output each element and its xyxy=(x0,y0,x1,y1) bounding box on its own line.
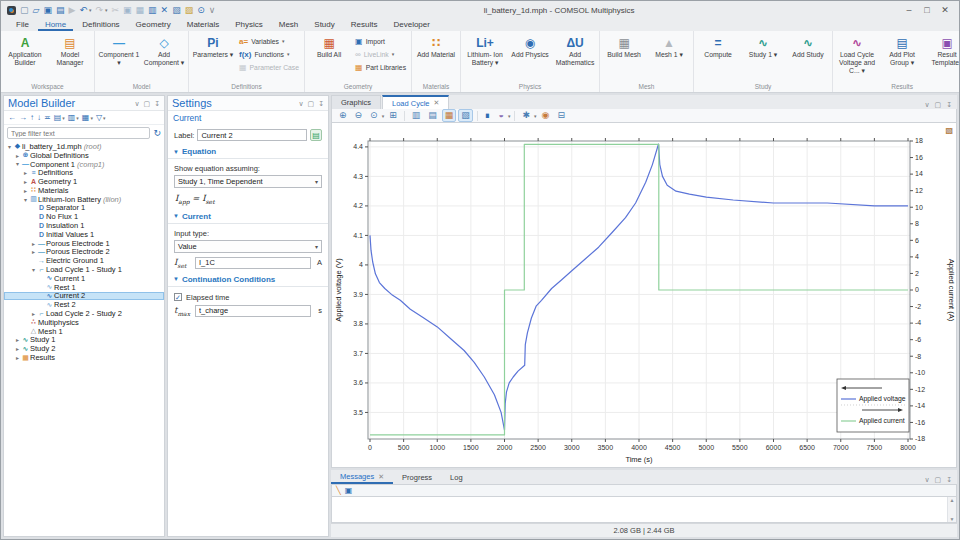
expander-icon[interactable]: ▸ xyxy=(14,345,21,352)
manual-axis-limits-icon[interactable]: ▦ xyxy=(442,109,457,122)
tree-item-multiphysics[interactable]: ∴Multiphysics xyxy=(4,318,164,327)
tree-item-porous-electrode-2[interactable]: ▸—Porous Electrode 2 xyxy=(4,248,164,257)
tree-item-materials[interactable]: ▸∷Materials xyxy=(4,186,164,195)
refresh-icon[interactable]: ↻ xyxy=(153,128,161,138)
tree-item-definitions[interactable]: ▸≡Definitions xyxy=(4,168,164,177)
save-icon[interactable]: ▣ xyxy=(43,5,52,15)
pin-panel-icon[interactable]: ↧ xyxy=(154,100,160,107)
expander-icon[interactable]: ▸ xyxy=(30,310,37,317)
pin-panel-icon[interactable]: ↧ xyxy=(946,476,952,484)
expander-icon[interactable]: ▸ xyxy=(14,354,21,361)
load-cycle-plot[interactable]: 0500100015002000250030003500400045005000… xyxy=(331,123,957,468)
component-1-button[interactable]: —Component 1 ▾ xyxy=(97,32,141,81)
clear-messages-icon[interactable]: ╲ xyxy=(336,486,341,495)
tree-item-current-1[interactable]: ∿Current 1 xyxy=(4,274,164,283)
panel-menu-icon[interactable]: ∨ xyxy=(924,476,929,484)
add-component-button[interactable]: ◇Add Component ▾ xyxy=(142,32,186,81)
expander-icon[interactable]: ▸ xyxy=(14,152,21,159)
ribbon-tab-definitions[interactable]: Definitions xyxy=(75,19,126,31)
tree-item-no-flux-1[interactable]: DNo Flux 1 xyxy=(4,212,164,221)
ribbon-tab-results[interactable]: Results xyxy=(344,19,385,31)
ribbon-tab-materials[interactable]: Materials xyxy=(180,19,226,31)
tree-item-study-1[interactable]: ▸∿Study 1 xyxy=(4,336,164,345)
panel-menu-icon[interactable]: ∨ xyxy=(134,100,139,107)
ribbon-tab-study[interactable]: Study xyxy=(307,19,341,31)
expander-icon[interactable]: ▾ xyxy=(14,160,21,167)
ribbon-tab-file[interactable]: File xyxy=(9,19,36,31)
current-section-header[interactable]: ▼ Current xyxy=(168,208,328,224)
elapsed-time-checkbox[interactable]: ✓ xyxy=(174,293,182,301)
add-mathematics-button[interactable]: ΔUAdd Mathematics xyxy=(553,32,597,81)
tree-item-li-battery-1d-mph[interactable]: ▾◆li_battery_1d.mph(root) xyxy=(4,142,164,151)
tree-item-current-2[interactable]: ∿Current 2 xyxy=(4,292,164,301)
tab-load-cycle[interactable]: Load Cycle✕ xyxy=(382,95,449,109)
parameters-button[interactable]: PiParameters ▾ xyxy=(191,32,235,81)
ribbon-tab-geometry[interactable]: Geometry xyxy=(129,19,178,31)
run-icon[interactable]: ▶ xyxy=(68,5,75,15)
equation-section-header[interactable]: ▼ Equation xyxy=(168,143,328,159)
cut-icon[interactable]: ✂ xyxy=(112,5,120,15)
tmax-input[interactable] xyxy=(195,305,311,317)
copy-icon[interactable]: ▣ xyxy=(123,5,132,15)
search-icon[interactable]: ⊙ xyxy=(197,5,205,15)
load-cycle-voltage-and-c-button[interactable]: ∿Load Cycle Voltage and C... ▾ xyxy=(835,32,879,81)
close-tab-icon[interactable]: ✕ xyxy=(378,473,384,481)
tree-item-lithium-ion-battery[interactable]: ▾▥Lithium-Ion Battery(liion) xyxy=(4,195,164,204)
float-panel-icon[interactable]: ▢ xyxy=(935,476,942,484)
ribbon-tab-home[interactable]: Home xyxy=(38,19,73,31)
expander-icon[interactable]: ▸ xyxy=(22,187,29,194)
rename-label-icon[interactable]: ▤ xyxy=(310,129,322,141)
study-1-button[interactable]: ∿Study 1 ▾ xyxy=(741,32,785,81)
tree-item-rest-1[interactable]: ∿Rest 1 xyxy=(4,283,164,292)
tree-item-rest-2[interactable]: ∿Rest 2 xyxy=(4,300,164,309)
part-libraries-button[interactable]: ▦Part Libraries xyxy=(352,61,409,73)
expander-icon[interactable]: ▾ xyxy=(30,266,37,273)
equation-study-select[interactable]: Study 1, Time Dependent ▾ xyxy=(174,175,322,188)
chevron-down-icon[interactable]: ▾ xyxy=(89,7,92,13)
select-box-icon[interactable]: ▧ xyxy=(458,109,473,122)
tab-messages[interactable]: Messages✕ xyxy=(331,471,393,484)
undo-icon[interactable]: ↶ xyxy=(79,5,87,15)
tab-graphics[interactable]: Graphics xyxy=(331,95,381,109)
chevron-down-icon[interactable]: ▾ xyxy=(382,113,385,119)
expander-icon[interactable]: ▸ xyxy=(30,240,37,247)
iset-input[interactable] xyxy=(195,257,311,269)
scroll-down-icon[interactable]: ▼ xyxy=(950,516,955,522)
zoom-in-icon[interactable]: ⊕ xyxy=(336,109,350,122)
expander-icon[interactable]: ▾ xyxy=(6,143,13,150)
close-icon[interactable]: ✕ xyxy=(939,5,951,15)
move-up-icon[interactable]: ↑ xyxy=(30,113,34,122)
input-type-select[interactable]: Value ▾ xyxy=(174,240,322,253)
ribbon-tab-mesh[interactable]: Mesh xyxy=(272,19,306,31)
tree-item-component-1[interactable]: ▾—Component 1(comp1) xyxy=(4,160,164,169)
compute-button[interactable]: =Compute xyxy=(696,32,740,81)
pin-panel-icon[interactable]: ↧ xyxy=(318,100,324,107)
label-input[interactable] xyxy=(197,129,307,141)
sort-order-icon[interactable]: ▥ xyxy=(68,113,76,122)
chevron-down-icon[interactable]: ▾ xyxy=(103,115,106,121)
lithium-ion-battery-button[interactable]: Li+Lithium- Ion Battery ▾ xyxy=(463,32,507,81)
move-down-icon[interactable]: ↓ xyxy=(37,113,41,122)
chevron-down-icon[interactable]: ▾ xyxy=(62,115,65,121)
add-physics-button[interactable]: ◉Add Physics xyxy=(508,32,552,81)
delete-icon[interactable]: ✕ xyxy=(161,5,169,15)
open-in-new-window-icon[interactable]: ▣ xyxy=(345,486,353,495)
tree-item-insulation-1[interactable]: DInsulation 1 xyxy=(4,221,164,230)
filter-icon[interactable]: ▽ xyxy=(96,113,102,122)
paste-icon[interactable]: ▦ xyxy=(136,5,145,15)
tree-item-electric-ground-1[interactable]: →Electric Ground 1 xyxy=(4,256,164,265)
windows-context-icon[interactable]: ▧ xyxy=(945,126,953,135)
tab-log[interactable]: Log xyxy=(441,471,472,484)
tree-item-results[interactable]: ▸▦Results xyxy=(4,353,164,362)
redo-icon[interactable]: ↷ xyxy=(95,5,103,15)
model-manager-button[interactable]: ▤Model Manager xyxy=(48,32,92,81)
tree-item-separator-1[interactable]: DSeparator 1 xyxy=(4,204,164,213)
add-study-button[interactable]: ∿Add Study xyxy=(786,32,830,81)
tree-item-load-cycle-1-study-1[interactable]: ▾⌐Load Cycle 1 - Study 1 xyxy=(4,265,164,274)
back-icon[interactable]: ← xyxy=(8,113,16,122)
chevron-down-icon[interactable]: ▾ xyxy=(90,115,93,121)
zoom-out-icon[interactable]: ⊖ xyxy=(352,109,366,122)
tree-item-global-definitions[interactable]: ▸⊕Global Definitions xyxy=(4,151,164,160)
scrollbar[interactable]: ▲ ▼ xyxy=(947,497,956,522)
tree-item-study-2[interactable]: ▸∿Study 2 xyxy=(4,344,164,353)
